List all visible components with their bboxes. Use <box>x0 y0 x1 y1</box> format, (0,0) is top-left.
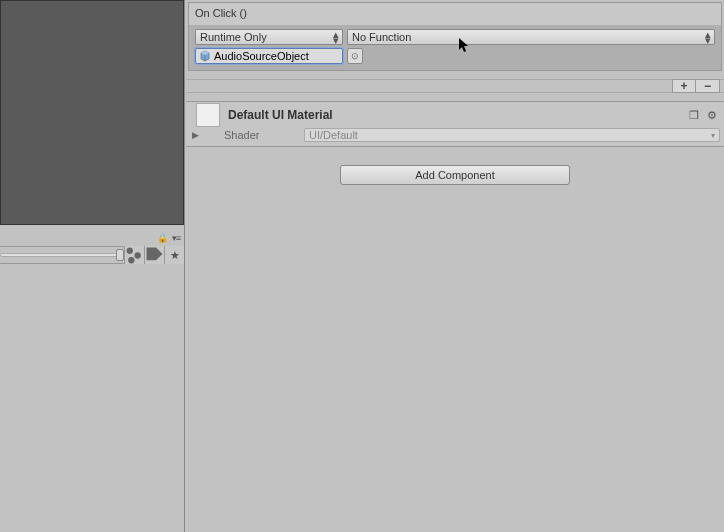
onclick-row-2: AudioSourceObject ⊙ <box>195 48 715 64</box>
material-title: Default UI Material <box>228 108 686 122</box>
onclick-header: On Click () <box>189 3 721 25</box>
gameobject-icon <box>199 50 211 62</box>
reference-icon[interactable]: ❐ <box>686 107 702 123</box>
svg-point-2 <box>128 257 134 263</box>
shader-field-label: Shader <box>224 129 304 141</box>
call-state-label: Runtime Only <box>200 31 267 43</box>
settings-gear-icon[interactable]: ⚙ <box>704 107 720 123</box>
preview-area <box>0 0 184 225</box>
zoom-slider[interactable] <box>0 253 122 257</box>
svg-point-1 <box>135 252 141 258</box>
spacer <box>186 71 724 79</box>
dropdown-arrows-icon: ▴▾ <box>333 31 339 43</box>
onclick-event-section: On Click () Runtime Only ▴▾ No Function … <box>188 2 722 71</box>
onclick-callback-body: Runtime Only ▴▾ No Function ▴▾ AudioSour… <box>189 25 721 70</box>
lock-icon[interactable]: 🔒 <box>157 233 168 243</box>
svg-point-0 <box>127 247 133 253</box>
target-object-name: AudioSourceObject <box>214 50 309 62</box>
function-dropdown[interactable]: No Function ▴▾ <box>347 29 715 45</box>
material-section: Default UI Material ❐ ⚙ ▶ Shader UI/Defa… <box>186 101 724 147</box>
function-label: No Function <box>352 31 411 43</box>
inspector-panel: On Click () Runtime Only ▴▾ No Function … <box>186 0 724 532</box>
object-picker-button[interactable]: ⊙ <box>347 48 363 64</box>
dropdown-arrows-icon: ▴▾ <box>705 31 711 43</box>
add-callback-button[interactable]: + <box>672 79 696 93</box>
shader-value: UI/Default <box>309 129 358 141</box>
material-header-icons: ❐ ⚙ <box>686 107 720 123</box>
expand-arrow-icon[interactable]: ▶ <box>190 130 200 140</box>
panel-options-row: 🔒 ▾≡ <box>0 232 184 244</box>
zoom-slider-handle[interactable] <box>116 249 124 261</box>
chevron-down-icon: ▾ <box>711 131 715 140</box>
material-header: Default UI Material ❐ ⚙ <box>186 102 724 128</box>
hierarchy-filter-icon[interactable] <box>124 246 144 264</box>
remove-callback-button[interactable]: − <box>696 79 720 93</box>
shader-row: ▶ Shader UI/Default ▾ <box>186 128 724 146</box>
left-panel: 🔒 ▾≡ ★ <box>0 0 185 532</box>
spacer <box>186 93 724 101</box>
onclick-row-1: Runtime Only ▴▾ No Function ▴▾ <box>195 29 715 45</box>
call-state-dropdown[interactable]: Runtime Only ▴▾ <box>195 29 343 45</box>
panel-menu-icon[interactable]: ▾≡ <box>172 233 180 243</box>
favorite-filter-icon[interactable]: ★ <box>164 246 184 264</box>
shader-dropdown[interactable]: UI/Default ▾ <box>304 128 720 142</box>
add-component-button[interactable]: Add Component <box>340 165 570 185</box>
filter-icon-row: ★ <box>0 246 184 264</box>
label-filter-icon[interactable] <box>144 246 164 264</box>
material-preview-swatch[interactable] <box>196 103 220 127</box>
target-object-field[interactable]: AudioSourceObject <box>195 48 343 64</box>
callback-add-remove-bar: + − <box>186 79 724 93</box>
add-component-area: Add Component <box>186 147 724 203</box>
